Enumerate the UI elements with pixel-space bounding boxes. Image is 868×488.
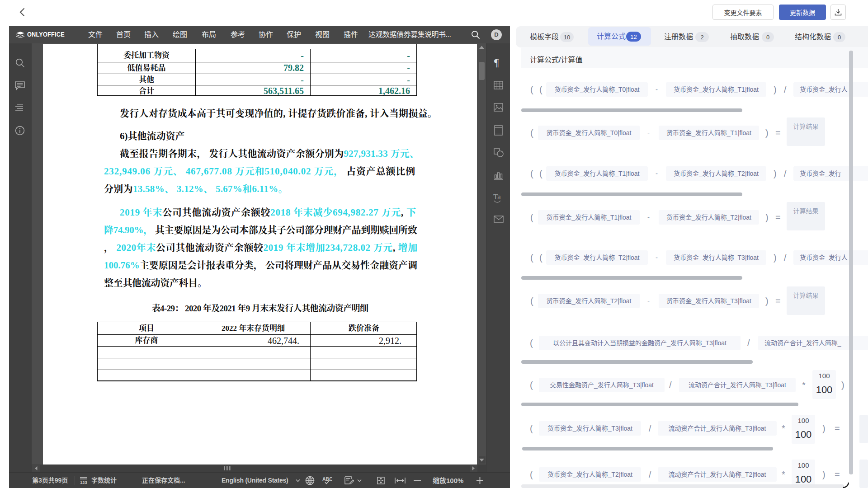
svg-text:123: 123 <box>80 480 87 485</box>
svg-text:ABC: ABC <box>322 476 332 482</box>
